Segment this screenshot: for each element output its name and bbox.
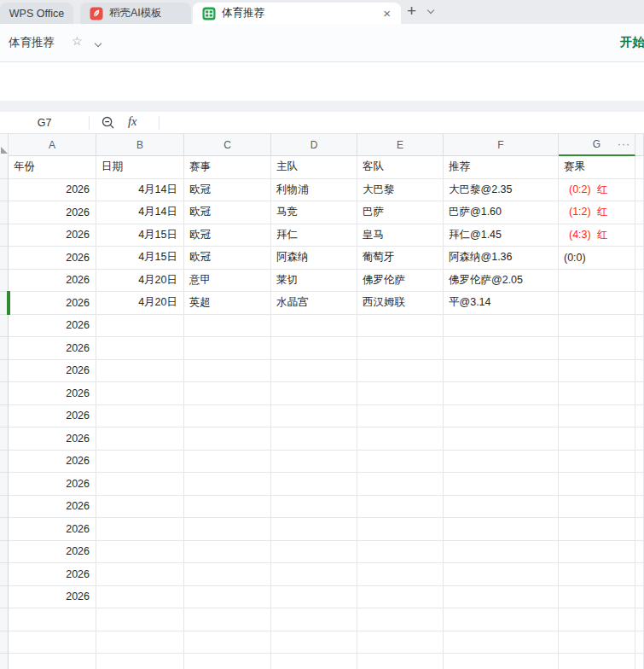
row-header-2[interactable] [0,179,9,202]
cell-D7[interactable]: 水晶宫 [271,292,357,315]
tab-close-icon[interactable]: × [383,6,391,20]
cell-F5[interactable]: 阿森纳@1.36 [444,247,559,270]
cell-D6[interactable]: 莱切 [271,270,357,293]
cell-B16[interactable] [96,496,184,519]
cell-E8[interactable] [357,315,444,338]
cell-G10[interactable] [559,360,635,383]
cell-G21[interactable] [559,608,635,631]
cell-B23[interactable] [96,654,184,669]
cell-A23[interactable] [9,654,96,669]
cell-A17[interactable]: 2026 [9,518,96,541]
cell-E4[interactable]: 皇马 [357,224,444,247]
cell-D8[interactable] [271,315,357,338]
cell-F23[interactable] [444,654,559,669]
cell-D16[interactable] [271,496,357,519]
cell-D15[interactable] [271,473,357,496]
row-header-19[interactable] [0,563,9,586]
cell-A20[interactable]: 2026 [9,586,96,609]
cell-A18[interactable]: 2026 [9,541,96,564]
cell-B15[interactable] [96,473,184,496]
row-header-16[interactable] [0,496,9,519]
document-menu-chevron-icon[interactable] [95,40,102,47]
column-header-D[interactable]: D [271,134,357,156]
cell-G20[interactable] [559,586,635,609]
cell-A4[interactable]: 2026 [9,224,96,247]
cell-G3[interactable]: (1:2) 红 [559,201,635,224]
cell-G19[interactable] [559,563,635,586]
cell-E6[interactable]: 佛罗伦萨 [357,270,444,293]
cell-C23[interactable] [184,654,271,669]
cell-G7[interactable] [559,292,635,315]
row-header-21[interactable] [0,608,9,631]
cell-G15[interactable] [559,473,635,496]
column-header-E[interactable]: E [357,134,444,156]
cell-A1[interactable]: 年份 [9,156,96,179]
tab-list-chevron-icon[interactable] [427,7,434,14]
cell-D17[interactable] [271,518,357,541]
cell-B17[interactable] [96,518,184,541]
cell-D13[interactable] [271,428,357,451]
cell-F3[interactable]: 巴萨@1.60 [444,201,559,224]
cell-F16[interactable] [444,496,559,519]
cell-C18[interactable] [184,541,271,564]
ribbon-tab-home[interactable]: 开始 [620,34,644,50]
cell-B22[interactable] [96,631,184,654]
cell-E17[interactable] [357,518,444,541]
cell-A5[interactable]: 2026 [9,247,96,270]
cell-A22[interactable] [9,631,96,654]
cell-F12[interactable] [444,405,559,428]
cell-C7[interactable]: 英超 [184,292,271,315]
cell-C2[interactable]: 欧冠 [184,179,271,202]
cell-E16[interactable] [357,496,444,519]
cell-A6[interactable]: 2026 [9,270,96,293]
cell-D9[interactable] [271,337,357,360]
favorite-star-icon[interactable]: ☆ [72,34,83,48]
cell-A15[interactable]: 2026 [9,473,96,496]
cell-B10[interactable] [96,360,184,383]
cell-C14[interactable] [184,451,271,474]
cell-G12[interactable] [559,405,635,428]
row-header-23[interactable] [0,654,9,669]
cell-D14[interactable] [271,451,357,474]
cell-A21[interactable] [9,608,96,631]
cell-A11[interactable]: 2026 [9,382,96,405]
row-header-15[interactable] [0,473,9,496]
cell-B12[interactable] [96,405,184,428]
cell-E2[interactable]: 大巴黎 [357,179,444,202]
row-header-13[interactable] [0,428,9,451]
column-header-F[interactable]: F [444,134,559,156]
cell-A19[interactable]: 2026 [9,563,96,586]
cell-E15[interactable] [357,473,444,496]
cell-E19[interactable] [357,563,444,586]
cell-G13[interactable] [559,428,635,451]
cell-A7[interactable]: 2026 [9,292,96,315]
cell-C22[interactable] [184,631,271,654]
cell-G11[interactable] [559,382,635,405]
cell-E7[interactable]: 西汉姆联 [357,292,444,315]
cell-C3[interactable]: 欧冠 [184,201,271,224]
row-header-9[interactable] [0,337,9,360]
column-header-A[interactable]: A [9,134,96,156]
cell-A12[interactable]: 2026 [9,405,96,428]
row-header-18[interactable] [0,541,9,564]
column-header-G[interactable]: G··· [559,134,635,156]
cell-C5[interactable]: 欧冠 [184,247,271,270]
cell-C9[interactable] [184,337,271,360]
cell-B14[interactable] [96,451,184,474]
cell-A3[interactable]: 2026 [9,201,96,224]
tab-sheet-document[interactable]: 体育推荐 × [193,3,401,24]
cell-D1[interactable]: 主队 [271,156,357,179]
cell-C21[interactable] [184,608,271,631]
cell-F4[interactable]: 拜仁@1.45 [444,224,559,247]
cell-A16[interactable]: 2026 [9,496,96,519]
cell-F2[interactable]: 大巴黎@2.35 [444,179,559,202]
cell-G17[interactable] [559,518,635,541]
cell-B13[interactable] [96,428,184,451]
row-header-8[interactable] [0,315,9,338]
cell-E5[interactable]: 葡萄牙 [357,247,444,270]
cell-C4[interactable]: 欧冠 [184,224,271,247]
cell-D19[interactable] [271,563,357,586]
select-all-corner[interactable] [0,134,9,156]
cell-B18[interactable] [96,541,184,564]
cell-C8[interactable] [184,315,271,338]
